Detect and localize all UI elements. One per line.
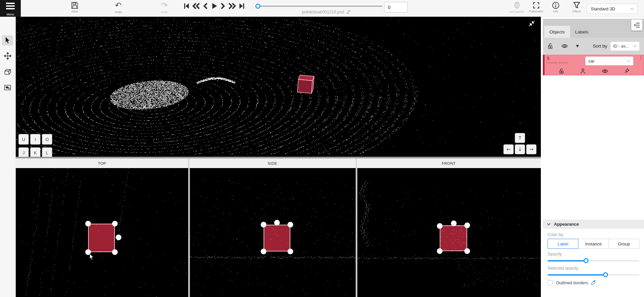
eye-icon <box>602 69 608 74</box>
color-by-label: Color by <box>548 232 639 237</box>
cuboid-icon <box>4 69 11 75</box>
arrow-left-key[interactable]: ← <box>503 144 514 154</box>
expand-all-toggle[interactable]: ▼ <box>576 44 579 48</box>
undo-label: Undo <box>115 10 122 14</box>
lock-all-button[interactable] <box>547 43 553 49</box>
jump-first-frame-button[interactable] <box>184 2 189 11</box>
select-tool-button[interactable] <box>2 35 13 46</box>
tab-labels[interactable]: Labels <box>571 26 592 38</box>
info-button[interactable]: Info <box>548 1 563 13</box>
resize-handle[interactable] <box>437 248 443 254</box>
sort-order-select[interactable]: ID - as... <box>610 42 640 51</box>
ai-model-button[interactable]: not trained <box>508 1 526 13</box>
hotkey-j[interactable]: J <box>18 147 29 157</box>
resize-handle[interactable] <box>464 223 470 228</box>
collapse-panel-button[interactable] <box>631 19 642 30</box>
prev-frame-button[interactable] <box>203 2 208 11</box>
frame-slider-track[interactable] <box>258 6 382 7</box>
cuboid-side-view-rect[interactable] <box>264 225 290 251</box>
object-class-select[interactable]: car <box>585 57 633 65</box>
resize-handle[interactable] <box>437 223 443 229</box>
arrow-down-key[interactable]: ↓ <box>515 144 525 154</box>
link-icon[interactable] <box>346 9 351 14</box>
filename-row: pointcloud/001210.pcd <box>261 9 392 14</box>
resize-handle[interactable] <box>288 222 293 228</box>
front-ortho-view[interactable] <box>357 168 541 297</box>
frame-number-input[interactable] <box>384 2 408 12</box>
selected-opacity-slider[interactable] <box>548 272 639 278</box>
cuboid-top-view-rect[interactable] <box>88 224 115 252</box>
sort-order-value: ID - as... <box>613 44 633 49</box>
arrow-up-key[interactable]: ↑ <box>515 133 525 143</box>
filters-icon <box>573 1 580 9</box>
fast-forward-button[interactable] <box>228 2 236 11</box>
frame-tool-button[interactable] <box>2 82 13 93</box>
top-ortho-view[interactable] <box>16 168 188 297</box>
eyedropper-icon[interactable] <box>591 280 596 285</box>
object-author-button[interactable] <box>580 68 586 74</box>
resize-handle[interactable] <box>464 248 470 254</box>
cuboid-tool-button[interactable] <box>2 67 13 77</box>
color-by-option-instance[interactable]: Instance <box>578 239 609 249</box>
resize-handle[interactable] <box>261 249 267 254</box>
resize-handle[interactable] <box>112 221 118 227</box>
selected-opacity-slider-knob[interactable] <box>603 272 608 277</box>
move-tool-button[interactable] <box>2 51 13 61</box>
resize-handle[interactable] <box>451 221 457 226</box>
redo-label: Redo <box>161 10 168 14</box>
arrow-right-key[interactable]: → <box>526 144 536 154</box>
save-button[interactable]: Save <box>66 1 83 13</box>
object-lock-button[interactable] <box>559 68 564 74</box>
object-card[interactable]: 5 CUBOID SHAPE car ⋮ <box>543 55 644 75</box>
next-frame-button[interactable] <box>220 2 225 11</box>
hotkey-k[interactable]: K <box>30 147 41 157</box>
play-button[interactable] <box>211 2 217 11</box>
collapse-view-icon[interactable] <box>528 20 535 28</box>
color-by-option-label[interactable]: Label <box>548 239 578 249</box>
fullscreen-button[interactable]: Fullscreen <box>528 1 545 13</box>
frame-slider-knob[interactable] <box>256 4 261 9</box>
resize-handle[interactable] <box>288 249 293 254</box>
visibility-all-button[interactable] <box>561 44 568 49</box>
frame-slider[interactable] <box>258 3 382 9</box>
cursor-icon <box>4 37 11 44</box>
outlined-borders-checkbox[interactable] <box>548 280 553 285</box>
resize-handle[interactable] <box>85 221 91 227</box>
resize-handle[interactable] <box>261 222 267 228</box>
view-mode-select[interactable]: Standard 3D <box>587 4 638 14</box>
undo-button[interactable]: ↶ Undo <box>110 1 127 14</box>
resize-handle[interactable] <box>112 249 118 255</box>
object-visibility-button[interactable] <box>602 69 608 74</box>
hotkey-o[interactable]: O <box>42 134 52 145</box>
opacity-slider[interactable] <box>548 258 639 264</box>
filters-button[interactable]: Filters <box>568 1 585 13</box>
main-3d-view[interactable]: U I O J K L ↑ ← ↓ → <box>16 17 541 157</box>
appearance-header[interactable]: Appearance <box>543 220 644 229</box>
resize-handle[interactable] <box>116 235 122 240</box>
menu-button[interactable]: Menu <box>0 0 21 17</box>
redo-button[interactable]: ↷ Redo <box>156 1 173 14</box>
side-ortho-view[interactable] <box>190 168 356 297</box>
fast-backward-button[interactable] <box>192 2 200 11</box>
next-frame-icon <box>220 2 225 10</box>
object-pin-button[interactable] <box>624 68 630 74</box>
move-icon <box>4 52 11 60</box>
color-by-option-group[interactable]: Group <box>609 239 639 249</box>
fullscreen-label: Fullscreen <box>529 10 543 13</box>
resize-handle[interactable] <box>274 220 280 226</box>
objects-toolbar: ▼ Sort by ID - as... <box>543 38 644 54</box>
mouse-cursor-icon <box>89 253 94 261</box>
cuboid-3d-annotation[interactable] <box>16 17 541 157</box>
object-menu-button[interactable]: ⋮ <box>638 56 642 59</box>
cuboid-front-view-rect[interactable] <box>440 225 467 251</box>
chevron-down-icon <box>627 60 630 62</box>
person-icon <box>580 68 586 74</box>
hotkey-u[interactable]: U <box>18 134 29 145</box>
hotkey-i[interactable]: I <box>30 134 41 145</box>
hotkey-l[interactable]: L <box>42 147 52 157</box>
opacity-slider-knob[interactable] <box>584 258 589 263</box>
eye-icon <box>561 44 568 49</box>
jump-last-frame-button[interactable] <box>239 2 245 11</box>
tab-objects[interactable]: Objects <box>544 26 570 38</box>
jump-first-icon <box>184 2 189 10</box>
